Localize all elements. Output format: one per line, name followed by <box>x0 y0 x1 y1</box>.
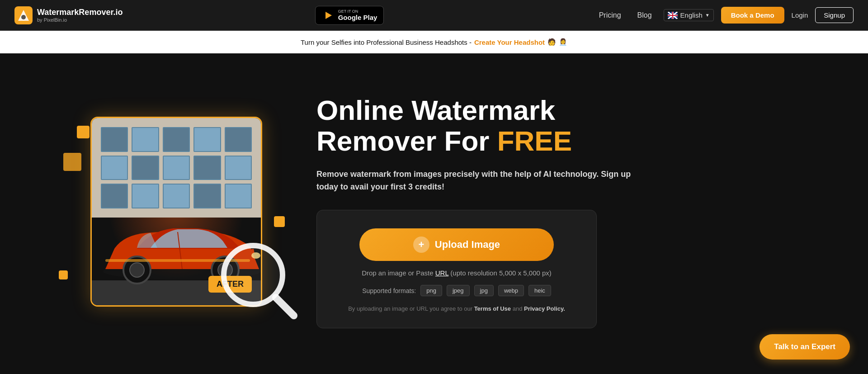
flag-icon <box>668 12 678 19</box>
terms-of-use-link[interactable]: Terms of Use <box>474 305 511 312</box>
hero-content: Online Watermark Remover For FREE Remove… <box>316 95 633 328</box>
blog-link[interactable]: Blog <box>633 11 656 19</box>
upload-button-label: Upload Image <box>435 239 500 251</box>
deco-square-2 <box>63 153 81 171</box>
login-button[interactable]: Login <box>792 11 808 19</box>
talk-to-expert-button[interactable]: Talk to an Expert <box>760 334 850 360</box>
language-label: English <box>680 11 703 19</box>
banner-text: Turn your Selfies into Professional Busi… <box>301 38 472 46</box>
language-chevron-icon: ▼ <box>705 13 710 18</box>
privacy-policy-link[interactable]: Privacy Policy. <box>524 305 565 312</box>
drop-text-suffix: (upto resolution 5,000 x 5,000 px) <box>450 269 551 277</box>
pricing-link[interactable]: Pricing <box>594 11 626 19</box>
formats-row: Supported formats: png jpeg jpg webp hei… <box>362 285 551 296</box>
format-badge-jpeg: jpeg <box>447 285 470 296</box>
format-badge-png: png <box>420 285 442 296</box>
paste-url-link[interactable]: URL <box>435 269 448 277</box>
language-selector[interactable]: English ▼ <box>664 9 714 21</box>
navbar: WatermarkRemover.io by PixelBin.io GET I… <box>0 0 868 31</box>
deco-square-4 <box>59 270 68 279</box>
svg-point-2 <box>21 15 26 19</box>
logo-sub-text: by PixelBin.io <box>37 17 123 23</box>
play-bottom-text: Google Play <box>338 14 377 21</box>
magnifier-icon <box>217 239 298 320</box>
play-top-text: GET IT ON <box>338 9 377 14</box>
hero-section: AFTER Online Watermark Remover For FREE … <box>0 53 868 370</box>
logo-brand-name: WatermarkRemover.io <box>37 8 123 17</box>
deco-square-3 <box>274 216 285 227</box>
drop-text-main: Drop an image or Paste <box>362 269 433 277</box>
hero-title: Online Watermark Remover For FREE <box>316 95 633 156</box>
google-play-icon <box>322 9 335 22</box>
logo-icon <box>14 6 33 24</box>
google-play-button[interactable]: GET IT ON Google Play <box>315 6 384 25</box>
format-badge-jpg: jpg <box>474 285 494 296</box>
terms-prefix: By uploading an image or URL you agree t… <box>348 305 472 312</box>
upload-image-button[interactable]: + Upload Image <box>359 228 554 261</box>
svg-point-14 <box>130 263 144 277</box>
hero-title-free: FREE <box>497 125 572 156</box>
upload-plus-icon: + <box>413 237 429 253</box>
create-headshot-link[interactable]: Create Your Headshot <box>474 38 545 46</box>
banner-emoji1: 🧑 <box>547 38 556 46</box>
svg-line-22 <box>276 298 294 316</box>
signup-button[interactable]: Signup <box>815 7 854 23</box>
terms-text: By uploading an image or URL you agree t… <box>348 304 565 313</box>
format-badge-webp: webp <box>498 285 524 296</box>
terms-and: and <box>513 305 523 312</box>
hero-title-line1: Online Watermark <box>316 95 555 126</box>
promo-banner: Turn your Selfies into Professional Busi… <box>0 31 868 53</box>
hero-title-line2-plain: Remover For <box>316 125 497 156</box>
hero-subtitle: Remove watermark from images precisely w… <box>316 168 633 194</box>
hero-image-area: AFTER <box>72 117 280 307</box>
deco-square-1 <box>77 126 90 138</box>
formats-label: Supported formats: <box>362 287 416 294</box>
banner-emoji2: 👩‍💼 <box>559 38 567 46</box>
logo[interactable]: WatermarkRemover.io by PixelBin.io <box>14 6 123 24</box>
format-badge-heic: heic <box>528 285 551 296</box>
book-demo-button[interactable]: Book a Demo <box>721 7 784 24</box>
drop-text: Drop an image or Paste URL (upto resolut… <box>362 269 552 277</box>
upload-box: + Upload Image Drop an image or Paste UR… <box>316 210 597 328</box>
navbar-right: Pricing Blog English ▼ Book a Demo Login… <box>594 7 854 24</box>
